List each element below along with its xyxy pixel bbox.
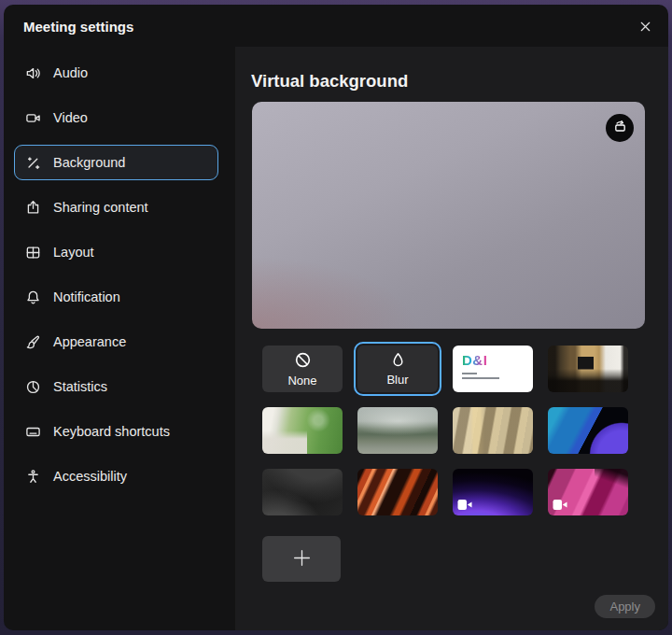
sidebar-item-notification[interactable]: Notification bbox=[14, 279, 218, 315]
sidebar-item-label: Sharing content bbox=[53, 200, 148, 215]
sidebar-item-keyboard-shortcuts[interactable]: Keyboard shortcuts bbox=[14, 414, 218, 449]
sidebar-item-accessibility[interactable]: Accessibility bbox=[14, 459, 218, 494]
sidebar-item-label: Statistics bbox=[53, 379, 107, 394]
background-option-blur[interactable]: Blur bbox=[357, 346, 438, 392]
share-icon bbox=[25, 200, 41, 216]
sidebar-item-video[interactable]: Video bbox=[14, 100, 218, 135]
background-option-blurred-mountains[interactable] bbox=[357, 407, 438, 454]
background-option-living-room[interactable] bbox=[262, 407, 343, 454]
background-option-purple-glow-animated[interactable] bbox=[453, 469, 533, 515]
background-option-label: Blur bbox=[386, 373, 408, 387]
sidebar-item-label: Layout bbox=[53, 245, 94, 260]
background-option-pink-abstract-animated[interactable] bbox=[548, 469, 628, 515]
sidebar-item-statistics[interactable]: Statistics bbox=[14, 369, 218, 404]
speaker-icon bbox=[25, 65, 41, 81]
droplet-icon bbox=[389, 351, 407, 372]
apply-button[interactable]: Apply bbox=[595, 595, 655, 618]
background-option-label: None bbox=[287, 374, 316, 388]
background-grid: None Blur D&I bbox=[262, 346, 628, 515]
close-icon bbox=[638, 20, 652, 36]
layout-grid-icon bbox=[25, 245, 41, 261]
camera-preview bbox=[252, 102, 645, 329]
di-logo-text: D&I bbox=[462, 352, 487, 368]
sidebar-item-label: Video bbox=[53, 110, 88, 125]
background-option-di-logo[interactable]: D&I bbox=[453, 346, 533, 392]
panel-title: Virtual background bbox=[251, 71, 408, 92]
sidebar: Audio Video Background Sharing content L… bbox=[4, 55, 235, 503]
magic-wand-icon bbox=[25, 155, 41, 171]
plus-icon bbox=[291, 547, 313, 572]
sidebar-item-layout[interactable]: Layout bbox=[14, 234, 218, 270]
flip-camera-button[interactable] bbox=[606, 114, 634, 142]
video-camera-badge-icon bbox=[457, 499, 472, 511]
sidebar-item-sharing-content[interactable]: Sharing content bbox=[14, 190, 218, 225]
paintbrush-icon bbox=[25, 334, 41, 350]
video-camera-badge-icon bbox=[553, 499, 567, 511]
di-tagline-lines bbox=[462, 373, 503, 380]
sidebar-item-label: Background bbox=[53, 155, 125, 170]
add-background-button[interactable] bbox=[262, 536, 341, 582]
background-option-window-light[interactable] bbox=[453, 407, 533, 454]
pie-chart-icon bbox=[25, 379, 41, 395]
background-option-office-room[interactable] bbox=[548, 346, 628, 392]
flip-camera-icon bbox=[612, 119, 628, 137]
close-button[interactable] bbox=[633, 16, 657, 40]
video-camera-icon bbox=[25, 110, 41, 126]
sidebar-item-label: Accessibility bbox=[53, 469, 127, 484]
meeting-settings-dialog: Meeting settings Audio Video Background bbox=[4, 5, 668, 630]
background-option-abstract-blue-purple[interactable] bbox=[548, 407, 628, 454]
background-option-dark-waves[interactable] bbox=[262, 469, 343, 515]
keyboard-icon bbox=[25, 424, 41, 440]
sidebar-item-label: Audio bbox=[53, 65, 88, 80]
accessibility-icon bbox=[25, 469, 41, 485]
sidebar-item-audio[interactable]: Audio bbox=[14, 55, 218, 91]
dialog-title: Meeting settings bbox=[23, 19, 133, 35]
titlebar: Meeting settings bbox=[4, 5, 668, 47]
bell-icon bbox=[25, 289, 41, 305]
prohibited-icon bbox=[293, 350, 313, 373]
sidebar-item-label: Appearance bbox=[53, 334, 126, 349]
sidebar-item-label: Keyboard shortcuts bbox=[53, 424, 170, 439]
virtual-background-panel: Virtual background None Blur bbox=[235, 47, 668, 630]
sidebar-item-appearance[interactable]: Appearance bbox=[14, 324, 218, 360]
sidebar-item-background[interactable]: Background bbox=[14, 145, 218, 180]
sidebar-item-label: Notification bbox=[53, 289, 120, 304]
background-option-lava-texture[interactable] bbox=[357, 469, 438, 515]
background-option-none[interactable]: None bbox=[262, 346, 343, 392]
